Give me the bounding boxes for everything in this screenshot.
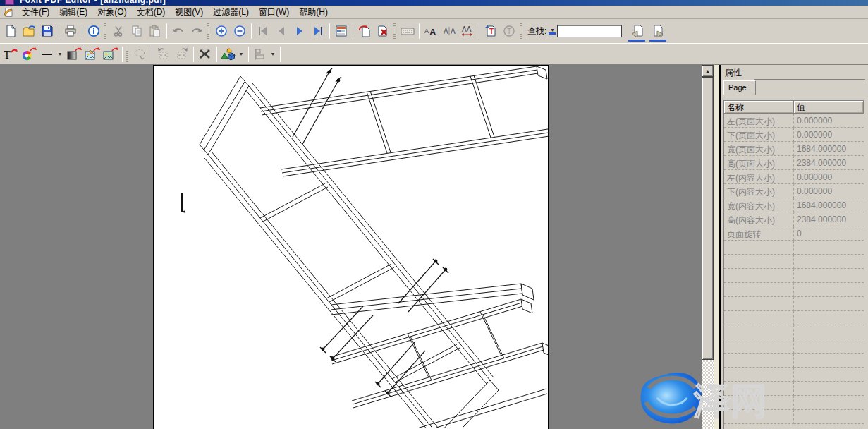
- property-value[interactable]: 2384.000000: [794, 212, 864, 226]
- cut-button[interactable]: [109, 22, 128, 40]
- svg-text:T: T: [4, 49, 11, 61]
- shapes-caret[interactable]: ▼: [238, 52, 245, 56]
- menu-item-doc[interactable]: 文档(D): [132, 5, 171, 20]
- property-value: [794, 297, 864, 311]
- menu-item-window[interactable]: 窗口(W): [254, 5, 294, 20]
- menu-item-filter[interactable]: 过滤器(L): [208, 5, 254, 20]
- toolbar-grip[interactable]: [126, 47, 128, 62]
- rotate-right-object-button[interactable]: [173, 45, 191, 64]
- font-button[interactable]: AA: [422, 22, 440, 40]
- line-tool-button[interactable]: [38, 45, 56, 64]
- font-pair-button[interactable]: AA: [440, 22, 458, 40]
- property-value[interactable]: 1684.000000: [794, 198, 864, 212]
- fill-tool-button[interactable]: [65, 45, 83, 64]
- text-tool-button[interactable]: T: [1, 45, 20, 64]
- toolbar-separator: [122, 47, 123, 62]
- menu-item-file[interactable]: 文件(F): [17, 5, 54, 20]
- vertical-scrollbar[interactable]: ▲: [702, 65, 714, 429]
- svg-text:T: T: [489, 28, 494, 35]
- first-page-button[interactable]: [254, 22, 272, 40]
- property-name: [724, 325, 794, 339]
- previous-page-button[interactable]: [272, 22, 291, 40]
- lasso-tool-button[interactable]: [131, 45, 149, 64]
- add-image-button[interactable]: [102, 45, 120, 64]
- zoom-in-button[interactable]: [212, 22, 231, 40]
- last-page-button[interactable]: [309, 22, 327, 40]
- save-file-button[interactable]: [38, 22, 56, 40]
- menu-item-view[interactable]: 视图(V): [170, 5, 208, 20]
- menu-item-edit[interactable]: 编辑(E): [54, 5, 92, 20]
- document-canvas[interactable]: [0, 65, 702, 429]
- property-value[interactable]: 2384.000000: [794, 156, 864, 170]
- paste-button[interactable]: [146, 22, 164, 40]
- redo-button[interactable]: [188, 22, 206, 40]
- toolbar-grip[interactable]: [393, 23, 396, 39]
- property-value: [794, 255, 864, 269]
- edit-image-button[interactable]: [83, 45, 102, 64]
- property-name: [724, 382, 794, 396]
- pdf-page[interactable]: [153, 65, 549, 429]
- toolbar-grip[interactable]: [104, 23, 106, 39]
- column-header-value[interactable]: 值: [794, 101, 864, 114]
- property-value[interactable]: 0: [794, 226, 864, 241]
- new-document-button[interactable]: [1, 22, 20, 40]
- panel-divider[interactable]: [714, 65, 721, 429]
- toolbar-grip[interactable]: [207, 23, 209, 39]
- delete-object-button[interactable]: [196, 45, 214, 64]
- scrollbar-thumb[interactable]: [702, 77, 714, 360]
- next-page-button[interactable]: [291, 22, 309, 40]
- copy-button[interactable]: [128, 22, 146, 40]
- scroll-up-button[interactable]: ▲: [702, 65, 714, 77]
- open-file-button[interactable]: [20, 22, 38, 40]
- color-wheel-button[interactable]: [20, 45, 38, 64]
- property-value[interactable]: 0.000000: [794, 170, 864, 184]
- property-row[interactable]: 高(内容大小)2384.000000: [724, 212, 864, 226]
- toolbar-separator: [216, 47, 217, 62]
- property-row-empty: [724, 382, 864, 396]
- property-value[interactable]: 0.000000: [794, 114, 864, 128]
- menu-item-object[interactable]: 对象(O): [92, 5, 131, 20]
- toolbar-separator: [59, 23, 59, 39]
- toolbar-separator: [479, 23, 479, 39]
- find-dropdown-caret[interactable]: ▼: [549, 28, 556, 35]
- column-header-name[interactable]: 名称: [724, 101, 794, 114]
- keyboard-button[interactable]: [398, 22, 417, 40]
- undo-button[interactable]: [169, 22, 188, 40]
- property-row[interactable]: 下(内容大小)0.000000: [724, 184, 864, 198]
- svg-text:T: T: [507, 28, 511, 35]
- document-info-button[interactable]: [85, 22, 103, 40]
- insert-page-button[interactable]: [355, 22, 374, 40]
- tab-page[interactable]: Page: [723, 80, 756, 95]
- property-row[interactable]: 高(页面大小)2384.000000: [724, 156, 864, 170]
- property-name: 高(页面大小): [724, 156, 794, 170]
- align-caret[interactable]: ▼: [269, 52, 276, 56]
- property-row[interactable]: 页面旋转0: [724, 226, 864, 241]
- property-value[interactable]: 0.000000: [794, 184, 864, 198]
- menu-item-help[interactable]: 帮助(H): [294, 5, 333, 20]
- properties-table: 名称 值 左(页面大小)0.000000下(页面大小)0.000000宽(页面大…: [723, 100, 864, 429]
- zoom-out-button[interactable]: [231, 22, 249, 40]
- page-layout-button[interactable]: [332, 22, 350, 40]
- find-previous-button[interactable]: [628, 22, 646, 40]
- align-button[interactable]: [251, 45, 269, 64]
- text-circle-button[interactable]: T: [500, 22, 518, 40]
- property-row[interactable]: 左(内容大小)0.000000: [724, 170, 864, 184]
- print-button[interactable]: [61, 22, 80, 40]
- delete-page-button[interactable]: [374, 22, 392, 40]
- toolbar-main: AA AA AA T T 查找: ▼: [0, 20, 868, 42]
- property-row[interactable]: 左(页面大小)0.000000: [724, 114, 864, 128]
- find-input[interactable]: [557, 25, 622, 37]
- line-tool-caret[interactable]: ▼: [56, 52, 63, 56]
- property-row[interactable]: 下(页面大小)0.000000: [724, 128, 864, 142]
- shapes-button[interactable]: [219, 45, 238, 64]
- property-row[interactable]: 宽(页面大小)1684.000000: [724, 142, 864, 156]
- property-row[interactable]: 宽(内容大小)1684.000000: [724, 198, 864, 212]
- property-value[interactable]: 1684.000000: [794, 142, 864, 156]
- find-next-button[interactable]: [649, 22, 667, 40]
- font-spacing-button[interactable]: AA: [458, 22, 477, 40]
- add-text-button[interactable]: T: [482, 22, 500, 40]
- rotate-left-object-button[interactable]: [154, 45, 173, 64]
- toolbar-separator: [329, 23, 330, 39]
- property-value[interactable]: 0.000000: [794, 128, 864, 142]
- toolbar-grip[interactable]: [520, 23, 522, 39]
